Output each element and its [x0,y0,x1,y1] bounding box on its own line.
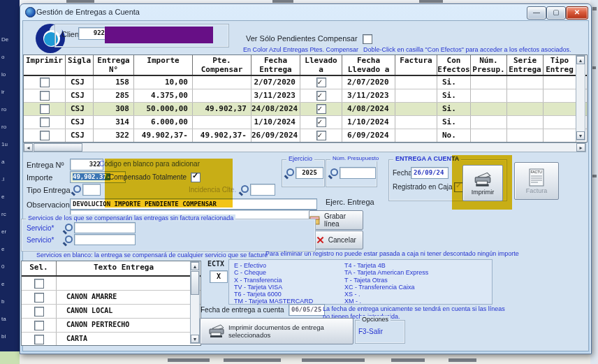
imprimir-button-label: Imprimir [472,189,495,196]
incidencia-search-icon[interactable] [239,185,249,195]
sel-checkbox[interactable] [34,335,44,344]
imprimir-docs-button[interactable]: Imprimir documentos de entrega seleccion… [200,318,353,344]
grid-column-header[interactable]: TipoEntreg [544,55,576,75]
grid-column-header[interactable]: Importe [134,55,193,75]
servicio-search-icon-1[interactable] [63,224,73,233]
table-row[interactable]: CSJ2854.375,003/11/20233/11/2023Si. [24,89,587,103]
servicio-field-2[interactable] [74,234,136,245]
ejercicio-search-icon[interactable] [284,168,294,178]
scroll-down-icon[interactable]: ▾ [191,335,199,343]
factura-button-label: Factura [526,187,548,194]
entrega-num-field[interactable]: 322 [70,159,103,170]
hscroll-thumb[interactable] [34,143,82,152]
grid-column-header[interactable]: Imprimir [24,55,66,75]
grid-column-header[interactable]: FechaEntrega [251,55,300,75]
caja-checkbox[interactable] [316,91,326,101]
texto-body: CANON AMARRECANON LOCALCANON PERTRECHOCA… [22,277,200,346]
grid-column-header[interactable]: Núm.Presup. [471,55,507,75]
caja-checkbox[interactable] [316,104,326,114]
imprimir-checkbox[interactable] [40,91,50,101]
scroll-right-icon[interactable]: ▸ [576,143,585,152]
background-text-fragment: a [1,159,4,165]
grid-hscrollbar[interactable]: ◂ ▸ [23,143,586,152]
col-sel[interactable]: Sel. [22,261,57,275]
imprimir-button[interactable]: Imprimir [462,165,503,201]
legend-item: C - Cheque [234,269,313,276]
close-button[interactable]: ✕ [566,6,588,20]
compensado-checkbox[interactable] [191,173,200,182]
factura-button[interactable]: FACTU Factura [514,162,559,200]
servicio-search-icon-2[interactable] [63,235,73,245]
imprimir-checkbox[interactable] [40,131,50,140]
scroll-up-icon[interactable]: ▴ [576,56,585,64]
table-row[interactable]: CSJ3146.000,001/10/20241/10/2024Si. [24,116,587,129]
sel-checkbox[interactable] [34,293,44,303]
tipo-entrega-search-icon[interactable] [71,185,81,195]
caja-checkbox[interactable] [316,131,326,140]
sel-checkbox[interactable] [34,279,44,289]
list-item[interactable]: CARTA [22,333,200,346]
imprimir-checkbox[interactable] [40,78,50,87]
grid-column-header[interactable]: Llevado aCAJA [300,55,342,75]
presupuesto-field[interactable] [340,167,376,179]
grid-column-header[interactable]: Factura [395,55,437,75]
minimize-button[interactable]: — [527,6,546,20]
grabar-linea-button[interactable]: Grabar línea [309,210,363,230]
scroll-left-icon[interactable]: ◂ [24,143,33,152]
importe-label: Importe [27,173,52,182]
table-row[interactable]: CSJ30850.000,0049.902,3724/08/20244/08/2… [24,103,587,116]
grid-column-header[interactable]: FechaLlevado a [342,55,395,75]
legend-item: T - Tajeta Otras [344,277,428,284]
presupuesto-search-icon[interactable] [328,168,338,178]
servicio-field-1[interactable] [74,222,136,233]
ejercicio-field[interactable]: 2025 [296,167,323,179]
sel-checkbox[interactable] [34,307,44,316]
fecha-field[interactable]: 26/09/24 [411,167,449,179]
annotation-highlight-compensado [105,159,233,208]
cancelar-button[interactable]: ✕ Cancelar [309,231,363,249]
background-text-fragment: ir [1,89,4,95]
bottom-smudge [302,358,365,362]
texto-scroll-thumb[interactable] [191,271,199,295]
background-text-fragment: rc [1,211,6,217]
cliente-code-field[interactable]: 922 [78,27,108,40]
scroll-down-icon[interactable]: ▾ [576,131,585,140]
list-item[interactable]: CANON PERTRECHO [22,319,200,333]
bottom-smudge [168,358,210,362]
imprimir-checkbox[interactable] [40,117,50,127]
list-item[interactable]: CANON AMARRE [22,291,200,305]
cell-importe: 10,00 [134,76,193,89]
tipo-entrega-field[interactable] [82,184,101,196]
grid-column-header[interactable]: Sigla [66,55,94,75]
salir-option[interactable]: F3-Salir [358,328,383,335]
list-item[interactable]: CANON LOCAL [22,305,200,319]
caja-checkbox[interactable] [316,78,326,87]
grid-column-header[interactable]: EntregaN° [94,55,134,75]
cell-fecha_llevado: 6/09/2024 [342,129,395,142]
cell-fecha_llevado: 3/11/2023 [342,89,395,102]
incidencia-field[interactable] [250,184,275,196]
list-item[interactable] [22,277,200,291]
grid-column-header[interactable]: ConEfectos [437,55,471,75]
col-texto-entrega[interactable]: Texto Entrega [57,261,191,275]
table-row[interactable]: CSJ32249.902,37-49.902,37-26/09/20246/09… [24,129,587,143]
cell-caja [300,103,342,115]
caja-checkbox[interactable] [316,117,326,127]
background-text-fragment: bl [1,333,6,340]
grid-column-header[interactable]: SerieEntrega [507,55,544,75]
sel-checkbox[interactable] [34,321,44,330]
cell-caja [300,116,342,129]
entrega-cuenta-caption: ENTREGA A CUENTA [393,155,461,162]
imprimir-checkbox[interactable] [40,104,50,114]
maximize-button[interactable]: ▢ [546,6,566,20]
grid-vscrollbar[interactable]: ▴ ▾ [576,55,585,140]
fecha-entrega-cuenta-field[interactable]: 06/05/25 [289,304,325,316]
texto-vscrollbar[interactable]: ▴ ▾ [190,261,200,344]
scroll-up-icon[interactable]: ▴ [191,262,199,270]
table-row[interactable]: CSJ15810,002/07/20202/07/2020Si. [24,76,587,89]
pendientes-checkbox[interactable] [363,34,372,44]
grid-column-header[interactable]: Pte.Compensar [193,55,251,75]
registrado-label: Registrado en Caja [393,183,453,191]
legend-item: XM - . [344,298,428,305]
ectx-field[interactable]: X [210,270,228,283]
